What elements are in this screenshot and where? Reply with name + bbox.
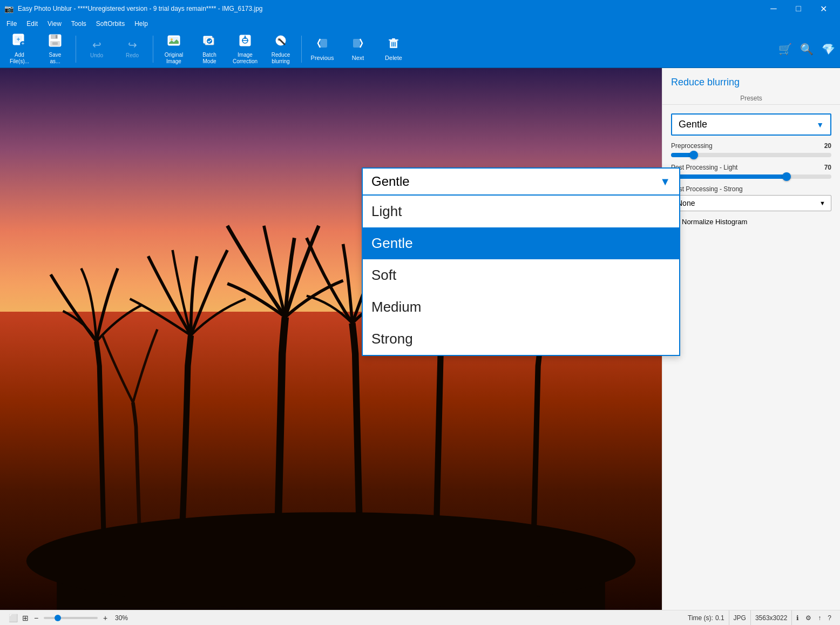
preprocessing-track[interactable] — [671, 153, 831, 157]
reduce-blurring-label: Reduceblurring — [272, 52, 290, 65]
gem-icon[interactable]: 💎 — [818, 39, 838, 59]
dropdown-current-value[interactable]: Gentle ▼ — [363, 169, 679, 196]
dropdown-option-gentle[interactable]: Gentle — [363, 227, 679, 259]
menu-softorbits[interactable]: SoftOrbits — [92, 19, 129, 29]
save-as-label: Saveas... — [49, 52, 62, 65]
zoom-slider-thumb[interactable] — [55, 615, 61, 621]
post-strong-label: Post Processing - Strong — [671, 185, 743, 193]
panel-title: Reduce blurring — [662, 68, 840, 92]
previous-button[interactable]: Previous — [305, 32, 340, 66]
dropdown-toggle-arrow[interactable]: ▼ — [660, 176, 670, 188]
fit-icon[interactable]: ⬜ — [9, 614, 18, 622]
preset-dropdown-container: Gentle ▼ — [671, 113, 831, 136]
format-section: JPG — [729, 610, 751, 625]
dropdown-option-strong[interactable]: Strong — [363, 323, 679, 355]
zoom-slider-track[interactable] — [44, 617, 98, 619]
minimize-button[interactable]: ─ — [761, 0, 786, 17]
presets-label: Presets — [662, 92, 840, 105]
delete-label: Delete — [385, 55, 402, 61]
resolution-section: 3563x3022 — [751, 610, 792, 625]
svg-rect-20 — [244, 37, 246, 39]
preprocessing-thumb[interactable] — [689, 151, 698, 159]
svg-text:+: + — [16, 36, 20, 43]
post-strong-header: Post Processing - Strong — [671, 185, 831, 193]
zoom-out-button[interactable]: − — [31, 613, 42, 623]
post-strong-dropdown[interactable]: None ▼ — [671, 195, 831, 211]
preset-dropdown-wrapper: Gentle ▼ — [671, 113, 831, 136]
svg-rect-9 — [52, 42, 58, 45]
help-icon[interactable]: ? — [828, 614, 831, 622]
info-icon[interactable]: ℹ — [796, 614, 799, 622]
menu-view[interactable]: View — [43, 19, 66, 29]
svg-rect-24 — [320, 39, 327, 48]
save-icon — [48, 33, 62, 50]
post-light-fill — [671, 174, 787, 179]
save-as-button[interactable]: Saveas... — [38, 32, 72, 66]
dropdown-option-medium[interactable]: Medium — [363, 291, 679, 323]
reduce-blurring-button[interactable]: Reduceblurring — [263, 32, 298, 66]
normalize-row[interactable]: Normalize Histogram — [671, 218, 831, 226]
post-light-value: 70 — [824, 164, 831, 171]
image-correction-button[interactable]: ImageCorrection — [228, 32, 262, 66]
menu-help[interactable]: Help — [130, 19, 152, 29]
time-label: Time (s): — [688, 614, 713, 622]
right-panel: Reduce blurring Presets Gentle ▼ Preproc… — [662, 68, 840, 610]
next-label: Next — [352, 55, 364, 61]
preset-selected-value: Gentle — [679, 119, 707, 130]
post-light-track[interactable] — [671, 174, 831, 179]
next-button[interactable]: Next — [341, 32, 375, 66]
search-account-icon[interactable]: 🔍 — [797, 39, 816, 59]
undo-icon: ↩ — [92, 39, 101, 50]
sep2 — [153, 36, 153, 63]
menu-tools[interactable]: Tools — [67, 19, 91, 29]
preset-dropdown-arrow: ▼ — [816, 120, 824, 129]
original-image-button[interactable]: OriginalImage — [157, 32, 191, 66]
zoom-in-button[interactable]: + — [100, 613, 111, 623]
share-icon[interactable]: ↑ — [818, 614, 821, 622]
window-title: Easy Photo Unblur - ****Unregistered ver… — [18, 5, 263, 12]
batch-mode-button[interactable]: BatchMode — [192, 32, 227, 66]
sep3 — [301, 36, 302, 63]
redo-button[interactable]: ↪ Redo — [115, 32, 150, 66]
correction-icon — [238, 33, 252, 50]
post-strong-row: Post Processing - Strong None ▼ — [671, 185, 831, 211]
dropdown-display-text: Gentle — [371, 174, 410, 189]
menu-file[interactable]: File — [2, 19, 21, 29]
zoom-controls: ⬜ ⊞ − + 30% — [4, 613, 132, 623]
status-bar: ⬜ ⊞ − + 30% Time (s): 0.1 JPG 3563x3022 … — [0, 610, 840, 625]
preset-dropdown[interactable]: Gentle ▼ — [671, 113, 831, 136]
undo-button[interactable]: ↩ Undo — [79, 32, 114, 66]
delete-icon — [387, 37, 400, 52]
add-icon: + + — [12, 33, 26, 50]
undo-label: Undo — [90, 52, 103, 59]
batch-icon — [202, 33, 216, 50]
svg-point-12 — [171, 38, 173, 41]
post-strong-dropdown-wrapper: None ▼ — [671, 195, 831, 211]
svg-point-33 — [26, 512, 635, 610]
time-value: 0.1 — [715, 614, 724, 622]
dropdown-option-soft[interactable]: Soft — [363, 259, 679, 291]
time-section: Time (s): 0.1 — [683, 610, 729, 625]
cart-icon[interactable]: 🛒 — [775, 39, 795, 59]
menu-edit[interactable]: Edit — [22, 19, 42, 29]
dropdown-option-light[interactable]: Light — [363, 196, 679, 227]
toolbar: + + AddFile(s)... Saveas... ↩ Undo ↪ Red… — [0, 30, 840, 68]
add-files-button[interactable]: + + AddFile(s)... — [2, 32, 37, 66]
frame-icon[interactable]: ⊞ — [22, 614, 29, 622]
sep1 — [76, 36, 76, 63]
previous-label: Previous — [311, 55, 334, 61]
svg-rect-28 — [392, 38, 395, 39]
post-strong-arrow: ▼ — [819, 200, 825, 206]
settings-icon[interactable]: ⚙ — [805, 614, 811, 622]
delete-button[interactable]: Delete — [376, 32, 411, 66]
post-light-thumb[interactable] — [782, 172, 791, 181]
svg-rect-27 — [389, 39, 398, 41]
previous-icon — [316, 37, 329, 52]
preprocessing-slider-row: Preprocessing 20 — [671, 142, 831, 157]
zoom-value: 30% — [115, 614, 128, 622]
title-bar-left: 📷 Easy Photo Unblur - ****Unregistered v… — [4, 4, 263, 13]
app-icon: 📷 — [4, 4, 13, 13]
preprocessing-label: Preprocessing — [671, 142, 713, 150]
close-button[interactable]: ✕ — [811, 0, 836, 17]
maximize-button[interactable]: □ — [786, 0, 811, 17]
